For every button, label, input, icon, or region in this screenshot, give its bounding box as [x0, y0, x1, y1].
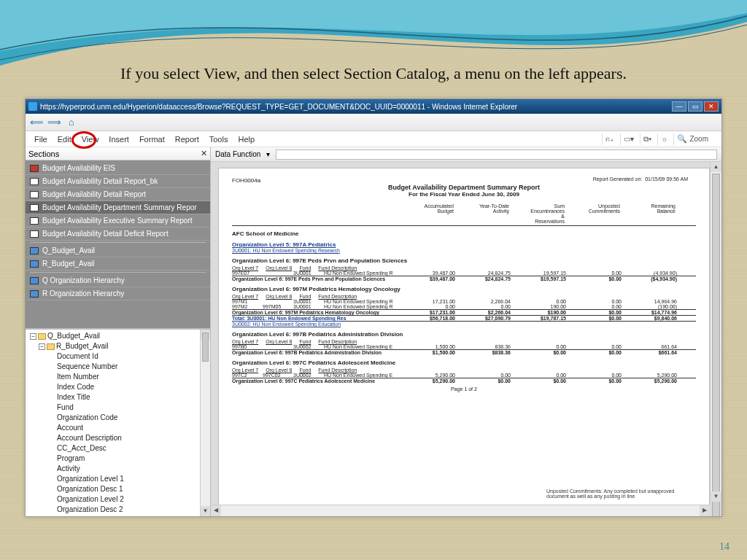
- vscroll-up-icon[interactable]: ▲: [711, 162, 721, 172]
- report-vscroll[interactable]: ▲ ▼: [710, 162, 721, 502]
- catalog-item[interactable]: Budget Availability EIS: [26, 162, 210, 175]
- tool-icon-3[interactable]: ⧉▾: [640, 133, 654, 145]
- tree-node[interactable]: Organization Level 3: [28, 515, 209, 516]
- tree-label: Organization Level 2: [57, 494, 124, 505]
- tree-node[interactable]: Index Code: [28, 382, 209, 392]
- tool-icon-1[interactable]: ⎌▾: [602, 133, 617, 145]
- tree-node[interactable]: Organization Level 1: [28, 474, 209, 484]
- tree-node[interactable]: Document Id: [28, 351, 209, 362]
- function-label: Data Function: [215, 150, 260, 158]
- catalog-item[interactable]: Budget Availability Detail Report: [26, 188, 210, 201]
- sections-close-icon[interactable]: ✕: [201, 149, 207, 158]
- function-input[interactable]: [276, 149, 717, 160]
- tree-panel: −Q_Budget_Avail−R_Budget_AvailDocument I…: [26, 328, 210, 516]
- group-title: Organization Level 6: 997B Pediatrics Ad…: [232, 331, 696, 338]
- scroll-thumb[interactable]: [202, 332, 209, 362]
- org5-link[interactable]: Organization Level 5: 997A Pediatrics: [232, 241, 696, 248]
- small-headers: Org Level 7Org Level 8FundFund Descripti…: [232, 294, 696, 299]
- group-total: Organization Level 6: 997E Peds Prvn and…: [232, 276, 696, 281]
- menu-report[interactable]: Report: [171, 133, 204, 145]
- tree-node[interactable]: Program: [28, 454, 209, 464]
- home-icon[interactable]: ⌂: [65, 116, 78, 129]
- tree-expand-icon[interactable]: −: [30, 333, 36, 340]
- catalog-item[interactable]: Q Organization Hierarchy: [26, 274, 210, 287]
- catalog-item[interactable]: Budget Availability Department Summary R…: [26, 201, 210, 214]
- menu-file[interactable]: File: [30, 133, 52, 145]
- minimize-button[interactable]: —: [672, 101, 686, 112]
- report-hscroll[interactable]: ◀ ▶: [211, 505, 710, 516]
- tree-expand-icon[interactable]: −: [39, 343, 45, 350]
- tree-node[interactable]: Item Number: [28, 372, 209, 382]
- tree-node[interactable]: −Q_Budget_Avail: [28, 331, 209, 341]
- catalog-item-label: Budget Availability EIS: [42, 164, 115, 172]
- menu-help[interactable]: Help: [233, 133, 259, 145]
- group-total: Organization Level 6: 997M Pediatrics He…: [232, 309, 696, 315]
- hscroll-left-icon[interactable]: ◀: [211, 505, 221, 516]
- report-title: Budget Availability Department Summary R…: [232, 184, 696, 191]
- menu-tools[interactable]: Tools: [205, 133, 233, 145]
- vscroll-down-icon[interactable]: ▼: [711, 491, 721, 502]
- tree-label: R_Budget_Avail: [56, 341, 109, 351]
- catalog-item-label: R_Budget_Avail: [42, 260, 95, 268]
- menu-edit[interactable]: Edit: [53, 133, 76, 145]
- catalog-item-label: Budget Availability Detail Deficit Repor…: [42, 230, 169, 238]
- catalog-item-icon: [30, 191, 39, 198]
- tree-label: Q_Budget_Avail: [47, 331, 100, 341]
- tree-node[interactable]: −R_Budget_Avail: [28, 341, 209, 351]
- close-button[interactable]: ✕: [704, 101, 719, 112]
- menu-list: File Edit View Insert Format Report Tool…: [30, 133, 259, 145]
- data-row: 997M2997M053U0001HU Non Endowed Spending…: [232, 304, 696, 309]
- data-row: 997B03U0002HU Non Endowed Spending E1,50…: [232, 344, 696, 349]
- vscroll-thumb[interactable]: [712, 174, 720, 516]
- menu-format[interactable]: Format: [135, 133, 169, 145]
- section-catalog: Budget Availability EISBudget Availabili…: [26, 160, 210, 325]
- hscroll-right-icon[interactable]: ▶: [700, 505, 710, 516]
- tree-node[interactable]: Activity: [28, 464, 209, 474]
- menu-view[interactable]: View: [77, 133, 104, 145]
- tree-node[interactable]: Organization Code: [28, 413, 209, 423]
- tree-scrollbar[interactable]: ▲ ▼: [200, 330, 210, 516]
- tree-node[interactable]: Index Title: [28, 392, 209, 402]
- tool-icon-2[interactable]: ▭▾: [620, 133, 637, 145]
- tree-label: Index Title: [57, 392, 90, 402]
- back-icon[interactable]: ⟸: [30, 116, 43, 129]
- sub-link[interactable]: 3U0001: HU Non Endowed Spending Research: [232, 248, 340, 253]
- report-subtitle: For the Fiscal Year Ended June 30, 2009: [232, 191, 696, 198]
- catalog-item[interactable]: Q_Budget_Avail: [26, 244, 210, 257]
- tree-node[interactable]: Fund: [28, 402, 209, 413]
- tool-icon-4[interactable]: ☼: [657, 133, 670, 145]
- tree-label: Organization Desc 1: [57, 484, 123, 494]
- catalog-item-icon: [30, 277, 39, 284]
- function-dropdown-icon[interactable]: ▾: [266, 150, 270, 158]
- left-panel: Sections ✕ Budget Availability EISBudget…: [26, 147, 211, 516]
- small-headers: Org Level 7Org Level 8FundFund Descripti…: [232, 368, 696, 373]
- menu-bar: File Edit View Insert Format Report Tool…: [26, 131, 721, 147]
- tree-node[interactable]: Sequence Number: [28, 362, 209, 372]
- catalog-item[interactable]: Budget Availability Detail Report_bk: [26, 175, 210, 188]
- tree-node[interactable]: Organization Desc 2: [28, 505, 209, 515]
- group-total: Organization Level 6: 997B Pediatrics Ad…: [232, 349, 696, 355]
- catalog-item[interactable]: R_Budget_Avail: [26, 257, 210, 271]
- catalog-item[interactable]: R Organization Hierarchy: [26, 287, 210, 300]
- folder-icon: [38, 333, 46, 340]
- zoom-control[interactable]: 🔍Zoom: [673, 133, 711, 145]
- tree-label: Account Description: [57, 433, 122, 443]
- tree-node[interactable]: Organization Desc 1: [28, 484, 209, 494]
- scroll-down-icon[interactable]: ▼: [201, 506, 210, 516]
- tree-node[interactable]: Account: [28, 423, 209, 433]
- tree-node[interactable]: CC_Acct_Desc: [28, 443, 209, 454]
- catalog-item[interactable]: Budget Availability Executive Summary Re…: [26, 214, 210, 228]
- group-title: Organization Level 6: 997M Pediatrics He…: [232, 286, 696, 292]
- menu-insert[interactable]: Insert: [104, 133, 133, 145]
- tree-node[interactable]: Organization Level 2: [28, 494, 209, 505]
- tree-label: Organization Desc 2: [57, 505, 123, 515]
- nav-toolbar: ⟸ ⟹ ⌂: [26, 114, 721, 131]
- forward-icon[interactable]: ⟹: [47, 116, 61, 129]
- next-link[interactable]: 3U0002: HU Non Endowed Spending Educatio…: [232, 322, 341, 327]
- sections-title: Sections: [28, 149, 59, 158]
- catalog-item[interactable]: Budget Availability Detail Deficit Repor…: [26, 228, 210, 241]
- group-title: Organization Level 6: 997E Peds Prvn and…: [232, 257, 696, 264]
- catalog-item-icon: [30, 204, 39, 211]
- tree-node[interactable]: Account Description: [28, 433, 209, 443]
- maximize-button[interactable]: ▭: [688, 101, 703, 112]
